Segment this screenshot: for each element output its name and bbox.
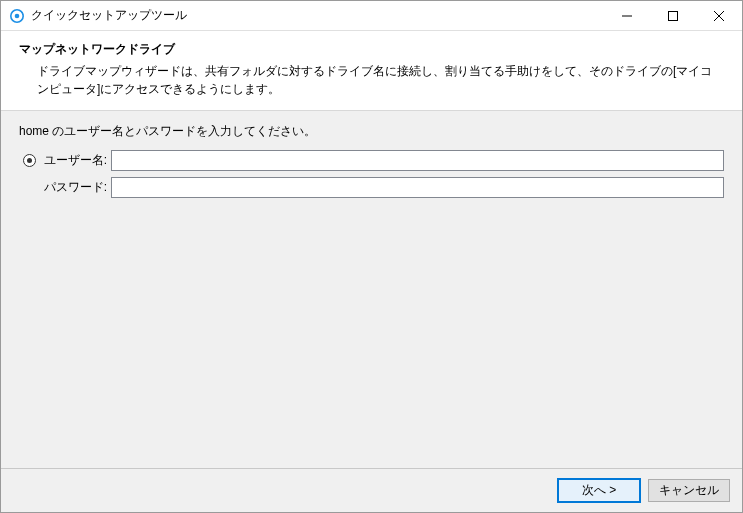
app-icon xyxy=(9,8,25,24)
password-label: パスワード: xyxy=(39,179,111,196)
username-row: ユーザー名: xyxy=(19,150,724,171)
username-label: ユーザー名: xyxy=(39,152,111,169)
next-button[interactable]: 次へ > xyxy=(558,479,640,502)
svg-rect-3 xyxy=(669,11,678,20)
titlebar: クイックセットアップツール xyxy=(1,1,742,31)
credentials-prompt: home のユーザー名とパスワードを入力してください。 xyxy=(19,123,724,140)
next-button-label: 次へ > xyxy=(582,482,616,499)
svg-point-1 xyxy=(15,13,20,18)
password-input[interactable] xyxy=(111,177,724,198)
wizard-description: ドライブマップウィザードは、共有フォルダに対するドライブ名に接続し、割り当てる手… xyxy=(19,62,724,98)
wizard-header: マップネットワークドライブ ドライブマップウィザードは、共有フォルダに対するドラ… xyxy=(1,31,742,111)
minimize-button[interactable] xyxy=(604,1,650,31)
password-row: パスワード: xyxy=(19,177,724,198)
window-title: クイックセットアップツール xyxy=(31,7,187,24)
wizard-heading: マップネットワークドライブ xyxy=(19,41,724,58)
maximize-button[interactable] xyxy=(650,1,696,31)
cancel-button-label: キャンセル xyxy=(659,482,719,499)
wizard-footer: 次へ > キャンセル xyxy=(1,468,742,512)
window: クイックセットアップツール マップネットワークドライブ ドライブマップウィザード… xyxy=(0,0,743,513)
close-button[interactable] xyxy=(696,1,742,31)
username-input[interactable] xyxy=(111,150,724,171)
content-area: マップネットワークドライブ ドライブマップウィザードは、共有フォルダに対するドラ… xyxy=(1,31,742,512)
username-radio[interactable] xyxy=(23,154,36,167)
wizard-body: home のユーザー名とパスワードを入力してください。 ユーザー名: パスワード… xyxy=(1,111,742,468)
cancel-button[interactable]: キャンセル xyxy=(648,479,730,502)
